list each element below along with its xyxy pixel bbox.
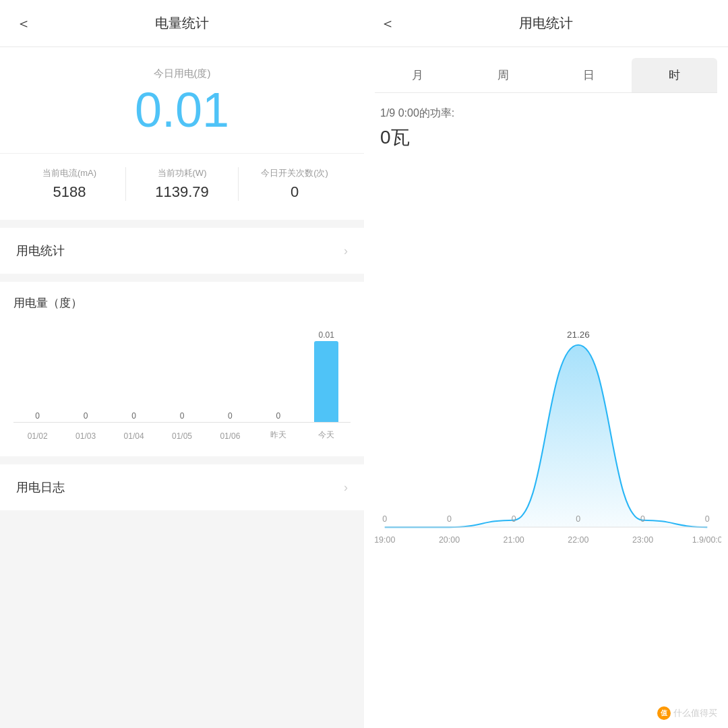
- left-panel: ＜ 电量统计 今日用电(度) 0.01 当前电流(mA) 5188 当前功耗(W…: [0, 0, 364, 728]
- bar-date-label: 今天: [318, 429, 334, 441]
- bar-group: 001/04: [110, 321, 158, 422]
- bar: [314, 341, 338, 422]
- stat-power: 当前功耗(W) 1139.79: [125, 167, 238, 201]
- x-axis-label: 22:00: [568, 535, 588, 545]
- left-panel-title: 电量统计: [155, 14, 209, 32]
- stat-power-label: 当前功耗(W): [126, 167, 238, 179]
- y-zero-label: 0: [576, 514, 580, 524]
- x-axis-label: 21:00: [504, 535, 524, 545]
- left-back-button[interactable]: ＜: [16, 13, 31, 34]
- chart-title: 用电量（度）: [13, 295, 351, 311]
- today-usage-value: 0.01: [0, 86, 364, 134]
- log-chevron-right-icon: ›: [344, 481, 348, 495]
- bar-value-label: 0: [276, 411, 280, 421]
- stat-switches-value: 0: [239, 183, 351, 201]
- electricity-stats-item[interactable]: 用电统计 ›: [0, 228, 364, 274]
- bar-date-label: 01/06: [220, 431, 240, 441]
- bar-value-label: 0: [131, 411, 136, 421]
- bar-date-label: 01/04: [124, 431, 144, 441]
- watermark-text: 什么值得买: [673, 707, 717, 719]
- bar-value-label: 0: [84, 411, 88, 421]
- bar-group: 001/03: [61, 321, 109, 422]
- x-axis-label: 1.9/00:0: [692, 535, 721, 545]
- stat-current-label: 当前电流(mA): [13, 167, 125, 179]
- log-menu-section: 用电日志 ›: [0, 464, 364, 510]
- bar-group: 001/06: [206, 321, 254, 422]
- stat-power-value: 1139.79: [126, 183, 238, 201]
- power-timestamp: 1/9 0:00的功率:: [380, 107, 712, 121]
- bar-group: 0.01今天: [303, 321, 351, 422]
- tab-bar: 月周日时: [375, 58, 717, 93]
- y-zero-label: 0: [447, 514, 452, 524]
- x-axis-label: 19:00: [374, 535, 395, 545]
- right-panel: ＜ 用电统计 月周日时 1/9 0:00的功率: 0瓦 21.26019:000…: [364, 0, 728, 728]
- bar-chart-inner: 001/02001/03001/04001/05001/060昨天0.01今天: [13, 322, 351, 423]
- stat-current: 当前电流(mA) 5188: [13, 167, 125, 201]
- right-back-button[interactable]: ＜: [380, 13, 395, 34]
- tab-item-月[interactable]: 月: [375, 58, 460, 92]
- line-chart-svg: 21.26019:00020:00021:00022:00023:0001.9/…: [371, 171, 721, 688]
- y-zero-label: 0: [640, 514, 645, 524]
- peak-label: 21.26: [567, 330, 590, 340]
- stats-row: 当前电流(mA) 5188 当前功耗(W) 1139.79 今日开关次数(次) …: [0, 153, 364, 201]
- today-usage-section: 今日用电(度) 0.01 当前电流(mA) 5188 当前功耗(W) 1139.…: [0, 47, 364, 220]
- tab-item-时[interactable]: 时: [632, 58, 717, 92]
- line-chart-container: 21.26019:00020:00021:00022:00023:0001.9/…: [364, 157, 728, 728]
- right-header: ＜ 用电统计: [364, 0, 728, 47]
- left-header: ＜ 电量统计: [0, 0, 364, 47]
- stat-current-value: 5188: [13, 183, 125, 201]
- log-menu-item[interactable]: 用电日志 ›: [0, 464, 364, 510]
- electricity-stats-label: 用电统计: [16, 243, 65, 259]
- bar-date-label: 昨天: [270, 429, 286, 441]
- y-zero-label: 0: [512, 514, 516, 524]
- bar-value-label: 0: [180, 411, 185, 421]
- power-value: 0瓦: [380, 125, 712, 150]
- bar-date-label: 01/03: [75, 431, 96, 441]
- tab-item-周[interactable]: 周: [460, 58, 546, 92]
- bar-group: 0昨天: [254, 321, 302, 422]
- bar-chart-section: 用电量（度） 001/02001/03001/04001/05001/060昨天…: [0, 282, 364, 456]
- x-axis-label: 23:00: [632, 535, 653, 545]
- bar-group: 001/05: [158, 321, 206, 422]
- power-info: 1/9 0:00的功率: 0瓦: [364, 93, 728, 157]
- electricity-stats-menu: 用电统计 ›: [0, 228, 364, 274]
- watermark: 值 什么值得买: [657, 706, 717, 720]
- bar-value-label: 0: [35, 411, 40, 421]
- today-usage-label: 今日用电(度): [0, 67, 364, 80]
- bar-chart-container: 001/02001/03001/04001/05001/060昨天0.01今天: [13, 322, 351, 456]
- tab-item-日[interactable]: 日: [546, 58, 632, 92]
- bar-group: 001/02: [13, 321, 61, 422]
- chevron-right-icon: ›: [344, 244, 348, 258]
- bar-date-label: 01/05: [172, 431, 192, 441]
- bar-value-label: 0.01: [319, 330, 334, 340]
- stat-switches: 今日开关次数(次) 0: [238, 167, 351, 201]
- x-axis-label: 20:00: [439, 535, 460, 545]
- log-menu-label: 用电日志: [16, 479, 65, 495]
- watermark-logo: 值: [657, 706, 671, 720]
- right-panel-title: 用电统计: [519, 14, 573, 32]
- y-zero-label: 0: [382, 514, 387, 524]
- bar-date-label: 01/02: [28, 431, 48, 441]
- y-zero-label: 0: [705, 514, 710, 524]
- stat-switches-label: 今日开关次数(次): [239, 167, 351, 179]
- bar-value-label: 0: [228, 411, 233, 421]
